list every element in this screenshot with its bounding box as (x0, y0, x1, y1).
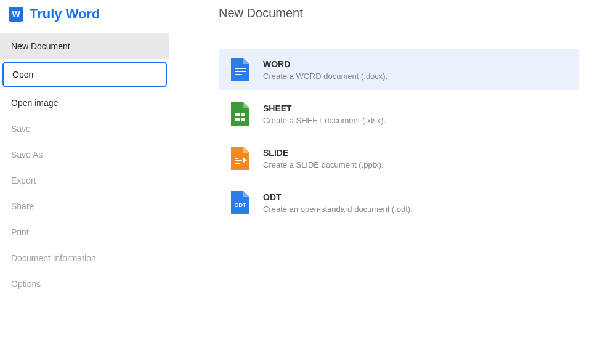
doc-option-desc: Create an open-standard document (.odt). (263, 204, 413, 214)
app-root: W Truly Word New Document Open Open imag… (0, 0, 616, 364)
svg-rect-8 (241, 113, 245, 116)
svg-marker-1 (243, 58, 249, 64)
sidebar-item-label: Document Information (11, 253, 96, 263)
brand: W Truly Word (0, 0, 169, 33)
svg-text:ODT: ODT (235, 202, 247, 208)
sidebar-item-label: Save (11, 124, 31, 134)
app-title: Truly Word (30, 6, 100, 22)
sidebar-item-label: Options (11, 279, 41, 289)
page-title: New Document (219, 6, 579, 34)
app-logo-icon: W (9, 7, 23, 22)
svg-rect-10 (241, 118, 245, 121)
svg-marker-12 (243, 147, 249, 153)
svg-rect-13 (235, 158, 238, 159)
new-doc-option-slide[interactable]: SLIDE Create a SLIDE document (.pptx). (219, 138, 579, 179)
doc-option-text: ODT Create an open-standard document (.o… (263, 192, 413, 214)
sidebar-item-open[interactable]: Open (2, 62, 167, 87)
doc-option-text: WORD Create a WORD document (.docx). (263, 59, 387, 81)
new-doc-option-sheet[interactable]: SHEET Create a SHEET document (.xlsx). (219, 94, 579, 134)
sidebar-item-new-document[interactable]: New Document (0, 33, 169, 59)
new-doc-option-odt[interactable]: ODT ODT Create an open-standard document… (219, 182, 579, 223)
doc-option-title: SHEET (263, 103, 386, 113)
svg-marker-6 (243, 102, 249, 108)
doc-option-title: WORD (263, 59, 387, 69)
svg-rect-9 (235, 118, 240, 121)
svg-rect-7 (235, 113, 240, 116)
doc-option-desc: Create a SLIDE document (.pptx). (263, 160, 384, 169)
sidebar-item-label: Share (11, 201, 34, 211)
doc-option-text: SLIDE Create a SLIDE document (.pptx). (263, 148, 384, 169)
odt-file-icon: ODT (231, 191, 249, 214)
sidebar-item-label: Export (11, 176, 36, 185)
main-panel: New Document WORD Create a WORD document… (169, 0, 616, 364)
doc-option-desc: Create a WORD document (.docx). (263, 71, 387, 81)
svg-rect-4 (235, 74, 242, 75)
doc-option-text: SHEET Create a SHEET document (.xlsx). (263, 103, 386, 125)
sidebar-item-save[interactable]: Save (0, 116, 169, 142)
sidebar-item-options[interactable]: Options (0, 271, 169, 297)
sheet-file-icon (231, 102, 249, 126)
sidebar-item-label: Print (11, 227, 29, 237)
svg-rect-14 (235, 160, 242, 161)
doc-option-desc: Create a SHEET document (.xlsx). (263, 116, 386, 125)
app-logo-glyph: W (12, 9, 20, 19)
svg-marker-18 (243, 191, 249, 197)
sidebar-item-open-image[interactable]: Open image (0, 90, 169, 116)
word-file-icon (231, 58, 249, 81)
sidebar-item-label: Save As (11, 150, 43, 160)
sidebar-item-label: New Document (11, 41, 70, 51)
sidebar-item-document-information[interactable]: Document Information (0, 245, 169, 271)
new-doc-option-word[interactable]: WORD Create a WORD document (.docx). (219, 49, 579, 90)
svg-rect-15 (235, 163, 240, 164)
sidebar: W Truly Word New Document Open Open imag… (0, 0, 169, 364)
svg-rect-3 (235, 71, 246, 72)
sidebar-item-print[interactable]: Print (0, 219, 169, 245)
sidebar-item-share[interactable]: Share (0, 193, 169, 219)
sidebar-item-export[interactable]: Export (0, 168, 169, 193)
sidebar-item-label: Open (12, 70, 33, 79)
sidebar-item-label: Open image (11, 98, 58, 108)
sidebar-item-save-as[interactable]: Save As (0, 142, 169, 168)
svg-rect-2 (235, 68, 246, 69)
doc-option-title: ODT (263, 192, 413, 202)
doc-option-title: SLIDE (263, 148, 384, 158)
slide-file-icon (231, 147, 249, 170)
